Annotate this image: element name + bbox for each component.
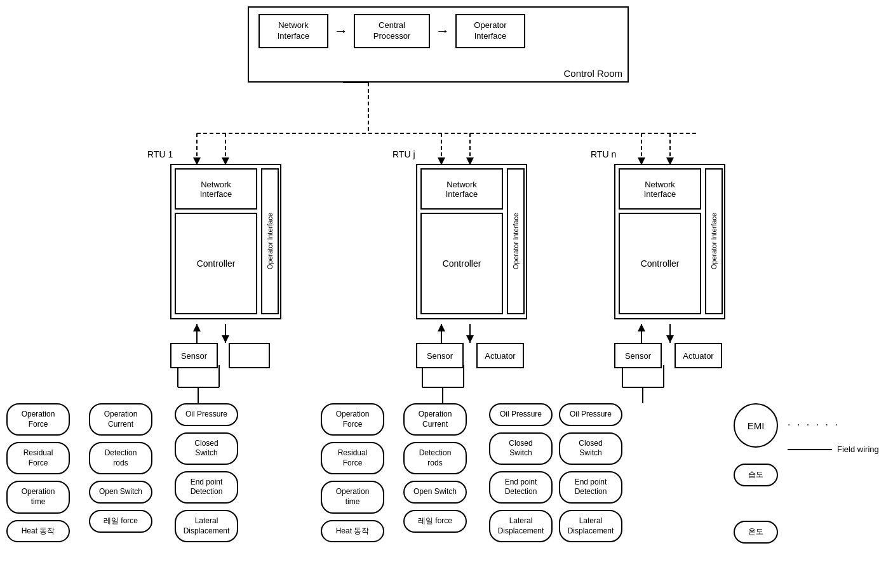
rtu1-network-interface: NetworkInterface — [175, 168, 257, 210]
svg-marker-24 — [438, 324, 445, 331]
rtun-outer-box: NetworkInterface Operator Interface Cont… — [614, 164, 725, 319]
pill-rail-force-j: 레일 force — [403, 510, 467, 533]
rtuj-actuator: Actuator — [476, 343, 524, 368]
pill-detection-rods-1: Detectionrods — [89, 442, 152, 474]
pill-endpoint-1: End pointDetection — [175, 471, 238, 504]
legend-solid: Field wiring — [788, 444, 879, 454]
pill-open-switch-1: Open Switch — [89, 481, 152, 504]
rtuj-middle-pills: OperationCurrent Detectionrods Open Swit… — [403, 403, 467, 533]
svg-marker-34 — [666, 335, 674, 343]
rtu1-label: RTU 1 — [147, 149, 173, 159]
rtu1-controller: Controller — [175, 213, 257, 314]
pill-residual-force-1: ResidualForce — [6, 442, 70, 474]
rtun-actuator: Actuator — [675, 343, 722, 368]
rtuj-controller: Controller — [420, 213, 503, 314]
pill-closed-switch-j: ClosedSwitch — [489, 432, 553, 465]
rtu1-operator-interface: Operator Interface — [261, 168, 279, 314]
rtuj-network-interface: NetworkInterface — [420, 168, 503, 210]
pill-op-current-1: OperationCurrent — [89, 403, 152, 436]
svg-marker-26 — [466, 335, 474, 343]
svg-marker-32 — [638, 324, 645, 331]
humidity-pill: 습도 — [734, 464, 778, 486]
rtun-sensor: Sensor — [614, 343, 662, 368]
pill-closed-switch-1: ClosedSwitch — [175, 432, 238, 465]
operator-interface-block: Operator Interface — [455, 14, 525, 48]
pill-operation-time-j: Operationtime — [321, 481, 384, 513]
svg-marker-18 — [222, 335, 229, 343]
pill-detection-rods-j: Detectionrods — [403, 442, 467, 474]
rtu1-right-pills: Oil Pressure ClosedSwitch End pointDetec… — [175, 403, 238, 542]
pill-oil-pressure-1: Oil Pressure — [175, 403, 238, 426]
pill-heat-j: Heat 동작 — [321, 520, 384, 543]
rtun-right-pills: Oil Pressure ClosedSwitch End pointDetec… — [559, 403, 622, 542]
pill-lateral-n: LateralDisplacement — [559, 510, 622, 542]
rtu1-middle-pills: OperationCurrent Detectionrods Open Swit… — [89, 403, 152, 533]
pill-operation-force-1: OperationForce — [6, 403, 70, 436]
rtun-network-interface: NetworkInterface — [619, 168, 701, 210]
control-room-box: Network Interface → Central Processor → … — [248, 6, 629, 83]
rtuj-label: RTU j — [393, 149, 415, 159]
control-room-label: Control Room — [563, 68, 622, 79]
legend-dashed: · · · · · · — [788, 419, 840, 431]
pill-lateral-1: LateralDisplacement — [175, 510, 238, 542]
temperature-pill: 온도 — [734, 521, 778, 544]
rtu1-actuator-placeholder — [229, 343, 270, 368]
pill-rail-force-1: 레일 force — [89, 510, 152, 533]
svg-marker-16 — [193, 324, 201, 331]
pill-op-current-j: OperationCurrent — [403, 403, 467, 436]
pill-lateral-j: LateralDisplacement — [489, 510, 553, 542]
rtuj-right-pills: Oil Pressure ClosedSwitch End pointDetec… — [489, 403, 553, 542]
pill-heat-1: Heat 동작 — [6, 520, 70, 543]
rtun-operator-interface: Operator Interface — [705, 168, 723, 314]
pill-operation-time-1: Operationtime — [6, 481, 70, 513]
pill-endpoint-j: End pointDetection — [489, 471, 553, 504]
rtuj-sensor: Sensor — [416, 343, 464, 368]
diagram-container: Network Interface → Central Processor → … — [0, 0, 886, 588]
pill-operation-force-j: OperationForce — [321, 403, 384, 436]
pill-residual-force-j: ResidualForce — [321, 442, 384, 474]
central-processor-block: Central Processor — [354, 14, 430, 48]
rtu1-left-pills: OperationForce ResidualForce Operationti… — [6, 403, 70, 542]
emi-circle: EMI — [734, 403, 778, 448]
pill-open-switch-j: Open Switch — [403, 481, 467, 504]
rtuj-outer-box: NetworkInterface Operator Interface Cont… — [416, 164, 527, 319]
rtu1-sensor: Sensor — [170, 343, 218, 368]
rtuj-left-pills: OperationForce ResidualForce Operationti… — [321, 403, 384, 542]
rtu1-outer-box: NetworkInterface Operator Interface Cont… — [170, 164, 281, 319]
rtuj-operator-interface: Operator Interface — [507, 168, 525, 314]
pill-endpoint-n: End pointDetection — [559, 471, 622, 504]
pill-oil-pressure-j: Oil Pressure — [489, 403, 553, 426]
pill-closed-switch-n: ClosedSwitch — [559, 432, 622, 465]
rtun-controller: Controller — [619, 213, 701, 314]
rtun-label: RTU n — [591, 149, 616, 159]
pill-oil-pressure-n: Oil Pressure — [559, 403, 622, 426]
network-interface-block: Network Interface — [258, 14, 328, 48]
